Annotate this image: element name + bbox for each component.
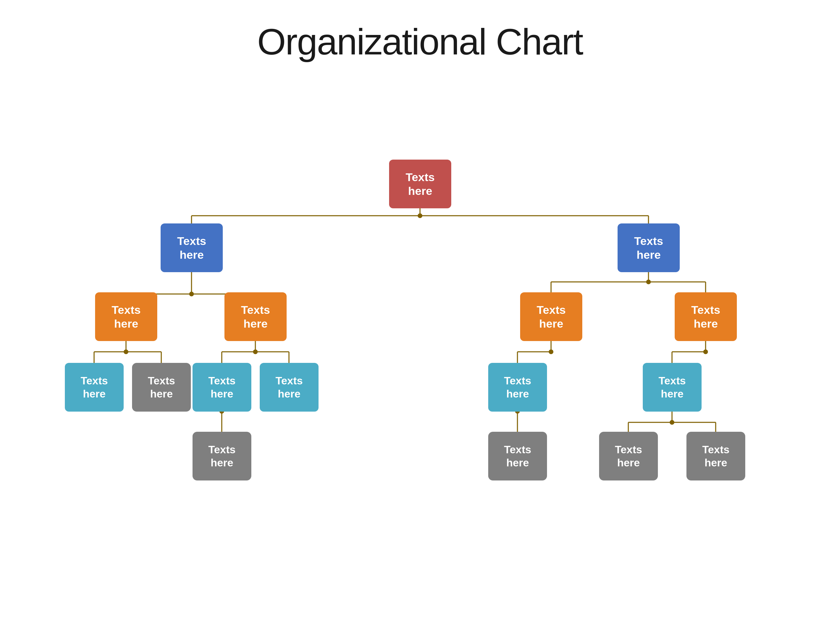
node-root: Textshere	[389, 159, 451, 208]
node-l3c: Textshere	[193, 363, 251, 412]
svg-point-19	[124, 349, 128, 354]
svg-point-14	[646, 279, 651, 284]
node-l1a: Textshere	[161, 223, 223, 272]
node-l4a: Textshere	[193, 432, 251, 480]
node-l3e: Textshere	[488, 363, 547, 412]
svg-point-24	[253, 349, 258, 354]
node-l2d: Textshere	[675, 292, 737, 341]
node-l4c: Textshere	[599, 432, 658, 480]
node-l3f: Textshere	[643, 363, 701, 412]
node-l2c: Textshere	[520, 292, 582, 341]
node-l2b: Textshere	[224, 292, 287, 341]
svg-point-28	[549, 349, 553, 354]
svg-point-41	[669, 420, 674, 425]
node-l3a: Textshere	[65, 363, 124, 412]
node-l1b: Textshere	[617, 223, 680, 272]
node-l4d: Textshere	[687, 432, 745, 480]
node-l3d: Textshere	[260, 363, 319, 412]
node-l2a: Textshere	[95, 292, 157, 341]
svg-point-32	[703, 349, 708, 354]
node-l4b: Textshere	[488, 432, 547, 480]
node-l3b: Textshere	[132, 363, 191, 412]
svg-point-4	[418, 213, 422, 218]
page-title: Organizational Chart	[257, 20, 583, 63]
chart-container: .conn { stroke: #7f6000; stroke-width: 3…	[0, 83, 840, 630]
svg-point-9	[189, 292, 194, 296]
